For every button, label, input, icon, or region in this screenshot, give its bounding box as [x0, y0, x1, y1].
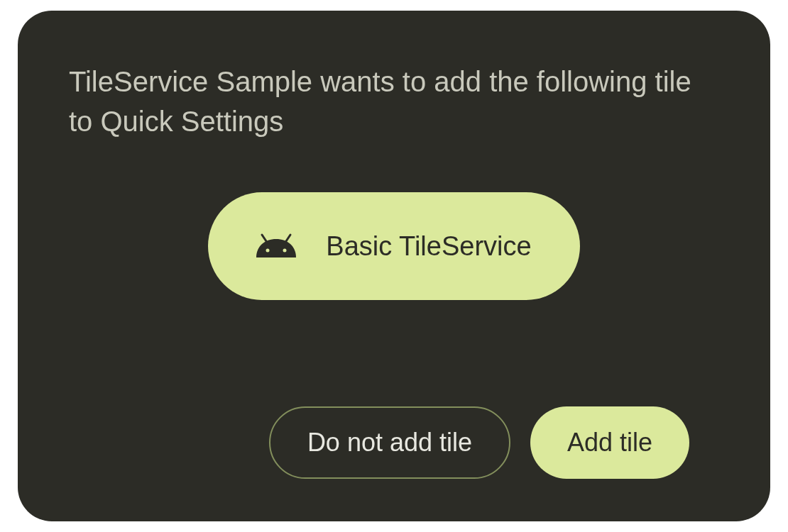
tile-preview-container: Basic TileService [69, 192, 719, 406]
android-icon [256, 226, 296, 266]
tile-preview: Basic TileService [208, 192, 579, 300]
accept-button[interactable]: Add tile [530, 406, 689, 479]
add-tile-dialog: TileService Sample wants to add the foll… [18, 11, 770, 521]
dialog-message: TileService Sample wants to add the foll… [69, 62, 719, 141]
decline-button[interactable]: Do not add tile [269, 406, 510, 479]
dialog-button-row: Do not add tile Add tile [69, 406, 719, 479]
svg-point-1 [283, 249, 287, 253]
tile-label: Basic TileService [326, 231, 531, 262]
svg-point-0 [266, 249, 270, 253]
